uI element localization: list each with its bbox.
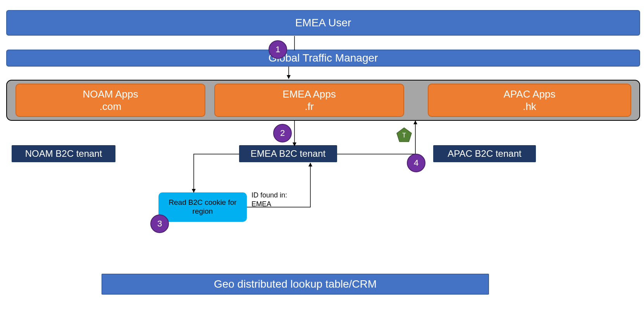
step-4-label: 4 xyxy=(414,158,418,168)
emea-tenant-label: EMEA B2C tenant xyxy=(251,148,325,159)
noam-tenant-label: NOAM B2C tenant xyxy=(25,148,102,159)
step-3-badge: 3 xyxy=(150,214,169,233)
geo-lookup-label: Geo distributed lookup table/CRM xyxy=(214,278,377,290)
token-label: T xyxy=(402,132,406,139)
apac-apps-box: APAC Apps .hk xyxy=(428,84,631,117)
step-1-badge: 1 xyxy=(269,40,287,59)
emea-apps-title: EMEA Apps xyxy=(282,88,336,101)
id-found-annotation: ID found in: EMEA xyxy=(251,191,287,208)
emea-user-bar: EMEA User xyxy=(6,10,640,36)
emea-user-label: EMEA User xyxy=(295,17,351,29)
annotation-line2: EMEA xyxy=(251,200,287,209)
read-cookie-box: Read B2C cookie for region xyxy=(158,192,247,222)
emea-apps-tld: .fr xyxy=(305,100,313,113)
step-1-label: 1 xyxy=(276,45,280,55)
read-cookie-label: Read B2C cookie for region xyxy=(160,198,245,216)
step-2-badge: 2 xyxy=(273,124,292,142)
noam-b2c-tenant: NOAM B2C tenant xyxy=(12,145,115,162)
apac-tenant-label: APAC B2C tenant xyxy=(448,148,521,159)
global-traffic-manager-bar: Global Traffic Manager xyxy=(6,50,640,67)
apac-apps-tld: .hk xyxy=(523,100,536,113)
noam-apps-tld: .com xyxy=(100,100,121,113)
apac-b2c-tenant: APAC B2C tenant xyxy=(433,145,536,162)
geo-lookup-bar: Geo distributed lookup table/CRM xyxy=(102,274,489,295)
token-pentagon-icon: T xyxy=(396,127,412,142)
annotation-line1: ID found in: xyxy=(251,191,287,200)
emea-b2c-tenant: EMEA B2C tenant xyxy=(239,145,337,162)
emea-apps-box: EMEA Apps .fr xyxy=(214,84,404,117)
noam-apps-title: NOAM Apps xyxy=(83,88,138,101)
step-3-label: 3 xyxy=(157,219,162,229)
step-4-badge: 4 xyxy=(407,154,425,172)
apac-apps-title: APAC Apps xyxy=(504,88,556,101)
noam-apps-box: NOAM Apps .com xyxy=(15,84,205,117)
step-2-label: 2 xyxy=(280,128,285,138)
